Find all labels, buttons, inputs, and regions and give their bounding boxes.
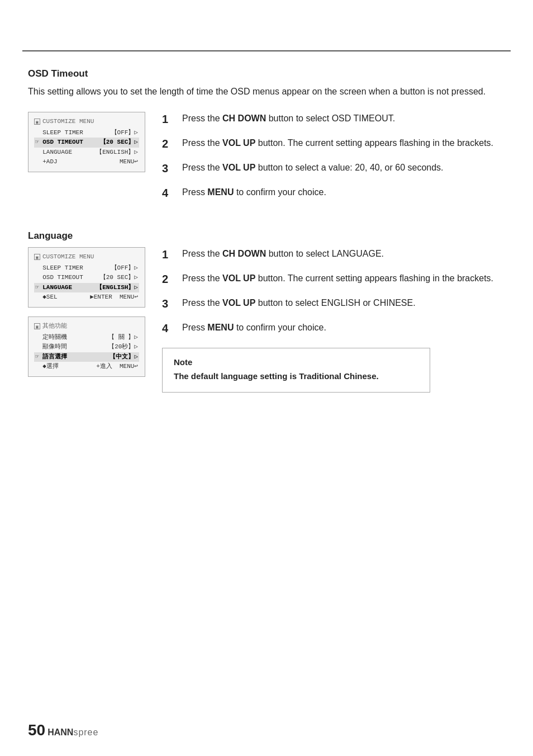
menu-row-adj: +ADJ MENU↩ [34,157,139,167]
osd-timeout-title: OSD Timeout [28,68,505,79]
lang-menu-title-text-2: 其他功能 [42,322,67,332]
lang-step-3: 3 Press the VOL UP button to select ENGL… [162,296,505,312]
lang-step-num-4: 4 [162,320,175,337]
lang-step-text-3: Press the VOL UP button to select ENGLIS… [182,296,416,312]
osd-step-num-1: 1 [162,111,175,127]
note-text: The default language setting is Traditio… [174,370,418,383]
language-section: Language ▣ CUSTOMIZE MENU SLEEP TIMER 【O… [28,230,505,393]
page-content: OSD Timeout This setting allows you to s… [0,51,533,415]
lang-steps: 1 Press the CH DOWN button to select LAN… [162,247,505,393]
lang-step-num-2: 2 [162,271,175,287]
osd-timeout-section: OSD Timeout This setting allows you to s… [28,68,505,210]
osd-step-num-3: 3 [162,160,175,177]
menu-row-language-label: LANGUAGE [35,148,72,158]
lang-menu-title-1: ▣ CUSTOMIZE MENU [34,252,139,262]
brand-name: HANN [47,727,73,737]
lang-step-text-2: Press the VOL UP button. The current set… [182,272,493,287]
note-title: Note [174,357,418,367]
lang-step-text-4: Press MENU to confirm your choice. [182,321,326,337]
brand-rest: spree [73,727,98,737]
osd-menu-icon: ▣ [34,119,40,125]
language-menus: ▣ CUSTOMIZE MENU SLEEP TIMER 【OFF】▷ OSD … [28,247,145,377]
lang-menu-title-text-1: CUSTOMIZE MENU [42,252,94,262]
lang-menu2-row-1: 定時關機 【 關 】▷ [34,333,139,343]
lang-step-1: 1 Press the CH DOWN button to select LAN… [162,247,505,263]
lang-step-num-3: 3 [162,295,175,312]
osd-step-text-2: Press the VOL UP button. The current set… [182,136,493,152]
page-number: 50 [28,721,45,739]
note-box: Note The default language setting is Tra… [162,348,430,393]
page-footer: 50 HANNspree [28,721,98,739]
menu-row-language-value: 【ENGLISH】▷ [96,148,138,158]
menu-row-language: LANGUAGE 【ENGLISH】▷ [34,148,139,158]
osd-step-3: 3 Press the VOL UP button to select a va… [162,161,505,177]
menu-row-osd-label: ☞ OSD TIMEOUT [35,138,83,148]
osd-menu-title-text: CUSTOMIZE MENU [42,117,94,127]
menu-row-sleep-value: 【OFF】▷ [111,128,138,138]
osd-timeout-menu: ▣ CUSTOMIZE MENU SLEEP TIMER 【OFF】▷ ☞ OS… [28,112,145,172]
osd-menu-title: ▣ CUSTOMIZE MENU [34,117,139,127]
language-title: Language [28,230,505,242]
lang-step-num-1: 1 [162,246,175,263]
osd-step-num-4: 4 [162,185,175,201]
lang-menu2-row-lang: ☞ 語言選擇 【中文】▷ [34,352,139,362]
lang-menu1-row-sel: ◆SEL ▶ENTER MENU↩ [34,292,139,303]
menu-row-adj-value: MENU↩ [120,157,138,167]
lang-menu1-row-osd: OSD TIMEOUT 【20 SEC】▷ [34,273,139,283]
brand-container: HANNspree [47,727,98,738]
menu-row-adj-label: +ADJ [35,157,58,167]
lang-step-4: 4 Press MENU to confirm your choice. [162,321,505,337]
lang-menu2-row-2: 顯像時間 【20秒】▷ [34,342,139,352]
language-section-body: ▣ CUSTOMIZE MENU SLEEP TIMER 【OFF】▷ OSD … [28,247,505,393]
lang-menu-icon-2: ▣ [34,323,40,329]
lang-menu-icon-1: ▣ [34,254,40,260]
lang-step-2: 2 Press the VOL UP button. The current s… [162,272,505,287]
menu-row-osd-value: 【20 SEC】▷ [100,138,138,148]
osd-step-2: 2 Press the VOL UP button. The current s… [162,136,505,152]
menu-row-osd: ☞ OSD TIMEOUT 【20 SEC】▷ [34,138,139,148]
lang-menu1-row-lang: ☞ LANGUAGE 【ENGLISH】▷ [34,283,139,293]
osd-step-4: 4 Press MENU to confirm your choice. [162,186,505,201]
language-menu-english: ▣ CUSTOMIZE MENU SLEEP TIMER 【OFF】▷ OSD … [28,247,145,308]
lang-step-text-1: Press the CH DOWN button to select LANGU… [182,247,384,263]
lang-menu1-row-sleep: SLEEP TIMER 【OFF】▷ [34,263,139,273]
osd-step-num-2: 2 [162,135,175,152]
osd-timeout-intro: This setting allows you to set the lengt… [28,85,486,98]
lang-menu-title-2: ▣ 其他功能 [34,322,139,332]
osd-timeout-body: ▣ CUSTOMIZE MENU SLEEP TIMER 【OFF】▷ ☞ OS… [28,112,505,210]
language-menu-chinese: ▣ 其他功能 定時關機 【 關 】▷ 顯像時間 【20秒】▷ ☞ 語言選擇 【中… [28,316,145,377]
osd-step-1: 1 Press the CH DOWN button to select OSD… [162,112,505,127]
menu-row-sleep-label: SLEEP TIMER [35,128,83,138]
lang-menu2-row-sel: ◆選擇 +進入 MENU↩ [34,362,139,372]
menu-row-sleep: SLEEP TIMER 【OFF】▷ [34,128,139,138]
osd-step-text-1: Press the CH DOWN button to select OSD T… [182,112,395,127]
osd-step-text-3: Press the VOL UP button to select a valu… [182,161,444,177]
osd-steps: 1 Press the CH DOWN button to select OSD… [162,112,505,210]
osd-step-text-4: Press MENU to confirm your choice. [182,186,326,201]
